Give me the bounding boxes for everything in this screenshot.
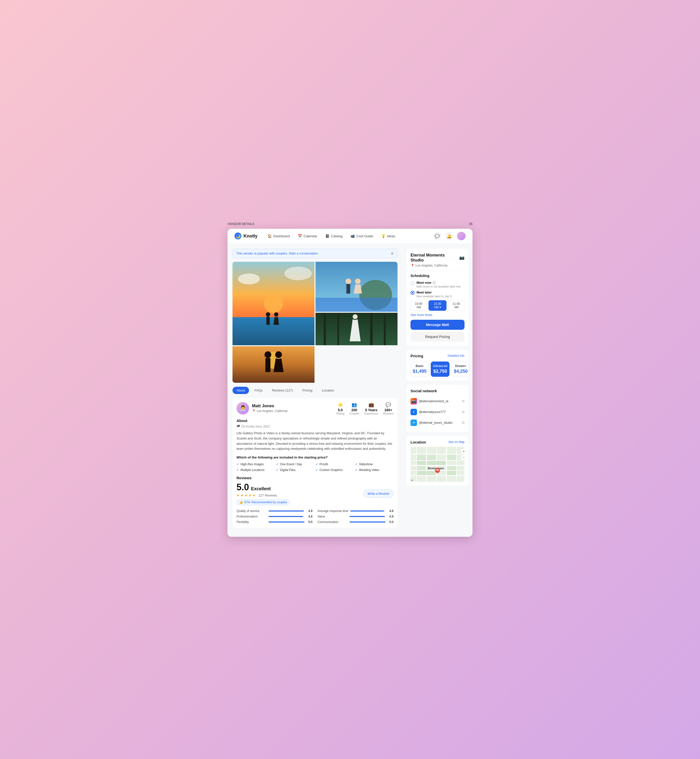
time-slot-1[interactable]: 10:30 AM ▾ [428, 300, 447, 311]
tab-faqs[interactable]: FAQs [250, 387, 267, 394]
social-left-fb: f @eternalyours777 [411, 409, 445, 415]
svg-point-7 [274, 312, 278, 317]
copy-icon-tw[interactable]: ⧉ [462, 420, 464, 425]
stars-row: ★ ★ ★ ★ ★ · 127 Reviews [236, 494, 290, 497]
star-icon: ⭐ [336, 402, 344, 408]
vendor-info: 👨‍💼 Matt Jones 📍 Los Angeles, California [236, 402, 288, 414]
detailed-info-link[interactable]: Detailed Info [448, 354, 464, 358]
rating-bar-bg-3 [350, 516, 386, 517]
tab-about[interactable]: About [233, 387, 249, 394]
tier-basic[interactable]: Basic $1,495 [411, 361, 429, 377]
meet-later-option[interactable]: Meet later Next available date Fri, Apr … [411, 290, 464, 298]
rating-bar-bg-2 [269, 516, 305, 517]
social-row-ig: 📷 @eternalmoment_la ⧉ [411, 396, 464, 407]
alert-close-icon[interactable]: ✕ [391, 251, 394, 256]
notification-button[interactable]: 🔔 [445, 232, 453, 240]
included-item-6: ✓ Custom Graphics [316, 468, 354, 472]
recommend-label: Recommended by couples [252, 500, 287, 504]
instagram-handle: @eternalmoment_la [419, 399, 448, 403]
see-on-map-link[interactable]: See on Map [448, 440, 464, 444]
social-row-tw: ✉ @eternal_yours_studio ⧉ [411, 417, 464, 428]
included-item-7: ✓ Wedding Video [355, 468, 394, 472]
time-slot-0[interactable]: 10:00 AM [411, 300, 427, 311]
location-title: Location [411, 440, 426, 444]
stat-experience-value: 5 Years [364, 408, 378, 412]
tier-basic-name: Basic [413, 364, 427, 368]
svg-rect-44 [447, 471, 456, 475]
included-label: Custom Graphics [319, 468, 343, 472]
svg-point-5 [266, 312, 270, 317]
check-icon: ✓ [355, 462, 358, 466]
stat-couples: 👥 200 Couples [349, 402, 359, 415]
included-item-5: ✓ Digital Files [276, 468, 314, 472]
svg-point-3 [238, 273, 260, 284]
nav-cost-guide[interactable]: 📹 Cost Guide [350, 234, 373, 238]
svg-rect-42 [447, 466, 456, 470]
twitter-icon: ✉ [411, 420, 417, 426]
twitter-handle: @eternal_yours_studio [419, 421, 453, 425]
time-slot-2[interactable]: 11:00 AM [448, 300, 464, 311]
stat-reviews: 💬 160+ Reviews [383, 402, 394, 415]
recommend-badge: 👍 97% Recommended by couples [236, 499, 290, 505]
copy-icon-ig[interactable]: ⧉ [462, 399, 464, 403]
logo-text: Knotly [244, 234, 258, 239]
rating-row-1: Average response time 4.8 [317, 509, 394, 513]
svg-rect-40 [427, 461, 446, 465]
rating-bar-fill-4 [269, 522, 305, 523]
nav-calendar[interactable]: 📅 Calendar [298, 234, 317, 238]
rating-bar-fill-2 [269, 516, 303, 517]
check-icon: ✓ [236, 468, 239, 472]
copy-icon-fb[interactable]: ⧉ [462, 410, 464, 414]
ideas-icon: 💡 [381, 234, 386, 238]
request-pricing-button[interactable]: Request Pricing [411, 332, 464, 342]
tier-advanced[interactable]: Advanced $2,750 [431, 361, 450, 377]
svg-rect-41 [417, 466, 426, 470]
meet-now-radio[interactable] [411, 281, 414, 285]
meet-now-option[interactable]: Meet now 🕐 Matt Jones is not available r… [411, 281, 464, 288]
svg-rect-17 [370, 313, 373, 345]
vendor-name: Matt Jones [252, 403, 288, 409]
vendor-location: 📍 Los Angeles, California [252, 409, 288, 413]
experience-icon: 💼 [364, 402, 378, 408]
rating-label-2: Professionalism [236, 515, 267, 518]
about-text: Life Gallery Photo & Video is a family-o… [236, 431, 394, 451]
included-label: Slideshow [359, 462, 373, 466]
nav-dashboard[interactable]: 🏠 Dashboard [267, 234, 290, 238]
vendor-header: 👨‍💼 Matt Jones 📍 Los Angeles, California [236, 402, 394, 415]
tab-location[interactable]: Location [318, 387, 338, 394]
rating-value-4: 5.0 [306, 520, 312, 524]
svg-rect-6 [267, 317, 270, 325]
rating-bar-bg-4 [269, 522, 305, 523]
included-grid: ✓ High-Res Images ✓ One Event / Day ✓ Pr… [236, 462, 394, 472]
nav-cost-guide-label: Cost Guide [356, 234, 373, 238]
write-review-button[interactable]: Write a Review [363, 489, 394, 498]
vendor-card: 👨‍💼 Matt Jones 📍 Los Angeles, California [233, 398, 397, 528]
meet-later-label: Meet later [417, 290, 452, 294]
photo-bottom-right [233, 346, 314, 383]
logo[interactable]: 🌙 Knotly [234, 233, 258, 239]
couples-icon: 👥 [349, 402, 359, 408]
rating-bar-fill-0 [269, 511, 304, 512]
star-3: ★ [244, 494, 247, 497]
meet-later-radio[interactable] [411, 291, 414, 295]
stat-rating-label: Rating [336, 412, 344, 415]
tab-reviews[interactable]: Reviews (127) [268, 387, 297, 394]
tab-pricing[interactable]: Pricing [298, 387, 317, 394]
facebook-handle: @eternalyours777 [419, 410, 445, 414]
message-button[interactable]: Message Matt [411, 320, 464, 330]
chat-button[interactable]: 💬 [433, 232, 442, 240]
nav-catalog[interactable]: 📓 Catalog [325, 234, 343, 238]
studio-title: Eternal Moments Studio 📷 [411, 253, 464, 263]
rating-value-2: 4.8 [306, 515, 312, 518]
see-more-times-link[interactable]: See more times [411, 313, 464, 317]
star-4: ★ [248, 494, 252, 497]
tier-dream[interactable]: Dream+ $4,250 [452, 361, 470, 377]
time-slots: 10:00 AM 10:30 AM ▾ 11:00 AM [411, 300, 464, 311]
user-avatar[interactable] [457, 232, 466, 240]
included-label: Wedding Video [359, 468, 379, 472]
svg-point-24 [275, 351, 282, 358]
right-panel: Eternal Moments Studio 📷 📍 Los Angeles, … [403, 244, 472, 537]
nav-ideas[interactable]: 💡 Ideas [381, 234, 395, 238]
nav-ideas-label: Ideas [387, 234, 395, 238]
stat-couples-label: Couples [349, 412, 359, 415]
